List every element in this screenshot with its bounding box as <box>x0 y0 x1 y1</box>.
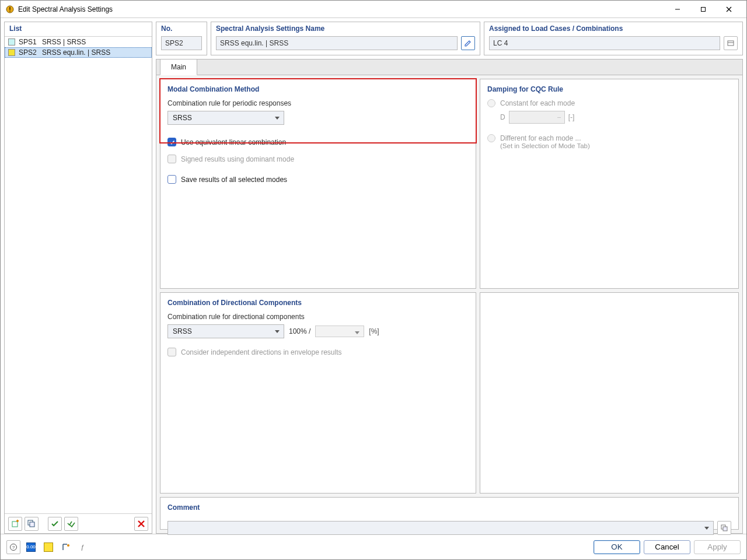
directional-rule-combo[interactable]: SRSS <box>167 324 284 338</box>
damping-card: Damping for CQC Rule Constant for each m… <box>480 79 739 289</box>
svg-rect-11 <box>30 522 34 527</box>
tab-main[interactable]: Main <box>160 59 197 75</box>
signed-results-row: Signed results using dominant mode <box>167 155 469 163</box>
maximize-button[interactable] <box>690 1 716 18</box>
units-button[interactable]: 0.00 <box>24 540 38 554</box>
close-button[interactable] <box>716 1 742 18</box>
consider-independent-label: Consider independent directions in envel… <box>181 348 342 356</box>
no-header: No. <box>156 22 207 36</box>
minimize-button[interactable] <box>665 1 690 18</box>
signed-results-checkbox <box>167 155 176 163</box>
window-title: Edit Spectral Analysis Settings <box>18 5 113 13</box>
svg-point-22 <box>67 544 69 547</box>
damping-different-radio <box>487 134 495 142</box>
copy-item-button[interactable] <box>25 517 39 531</box>
consider-independent-row: Consider independent directions in envel… <box>167 348 469 356</box>
list-item[interactable]: SPS2 SRSS equ.lin. | SRSS <box>5 47 152 58</box>
damping-d-spinner <box>509 111 565 124</box>
list-item[interactable]: SPS1 SRSS | SRSS <box>5 37 152 47</box>
check-select-button[interactable] <box>48 517 62 531</box>
cancel-button[interactable]: Cancel <box>644 540 690 554</box>
list-item-key: SPS1 <box>19 38 39 46</box>
damping-title: Damping for CQC Rule <box>487 85 731 93</box>
use-elc-checkbox[interactable] <box>167 138 176 146</box>
list-toolbar <box>5 513 152 533</box>
tab-strip: Main <box>156 59 743 75</box>
no-input[interactable]: SPS2 <box>161 36 202 50</box>
titlebar: Edit Spectral Analysis Settings <box>1 1 746 18</box>
assigned-header: Assigned to Load Cases / Combinations <box>484 22 742 36</box>
damping-d-label: D <box>500 113 505 121</box>
help-button[interactable]: ? <box>6 540 20 554</box>
damping-d-unit: [-] <box>568 113 575 121</box>
damping-different-label: Different for each mode ... <box>500 134 581 142</box>
consider-independent-checkbox <box>167 348 176 356</box>
list-panel: List SPS1 SRSS | SRSS SPS2 SRSS equ.lin.… <box>4 22 152 534</box>
svg-rect-4 <box>701 7 706 11</box>
bottom-bar: ? 0.00 ƒ OK Cancel Apply <box>1 534 746 559</box>
damping-constant-label: Constant for each mode <box>500 99 575 107</box>
assigned-field-block: Assigned to Load Cases / Combinations LC… <box>484 22 743 55</box>
damping-different-sublabel: (Set in Selection of Mode Tab) <box>500 142 731 149</box>
color-swatch-icon <box>8 38 15 46</box>
color-button[interactable] <box>41 540 55 554</box>
structure-button[interactable] <box>59 540 73 554</box>
directional-title: Combination of Directional Components <box>167 299 469 307</box>
ok-button[interactable]: OK <box>594 540 640 554</box>
comment-title: Comment <box>167 503 731 512</box>
periodic-rule-label: Combination rule for periodic responses <box>167 99 469 107</box>
name-input[interactable]: SRSS equ.lin. | SRSS <box>216 36 458 50</box>
new-item-button[interactable] <box>8 517 22 531</box>
function-button[interactable]: ƒ <box>76 540 90 554</box>
pct-combo <box>315 326 364 337</box>
list-item-label: SRSS | SRSS <box>42 38 86 46</box>
signed-results-label: Signed results using dominant mode <box>181 155 294 163</box>
list-body: SPS1 SRSS | SRSS SPS2 SRSS equ.lin. | SR… <box>5 37 152 513</box>
save-all-checkbox[interactable] <box>167 175 176 184</box>
svg-rect-17 <box>723 527 727 531</box>
svg-rect-7 <box>12 522 18 527</box>
list-item-key: SPS2 <box>19 48 39 57</box>
edit-name-button[interactable] <box>461 36 475 50</box>
name-field-block: Spectral Analysis Settings Name SRSS equ… <box>211 22 480 55</box>
delete-item-button[interactable] <box>134 517 148 531</box>
save-all-label: Save results of all selected modes <box>181 176 287 184</box>
comment-card: Comment <box>160 497 739 530</box>
apply-button: Apply <box>694 540 741 554</box>
check-all-button[interactable] <box>64 517 78 531</box>
damping-d-row: D [-] <box>500 111 731 124</box>
list-item-label: SRSS equ.lin. | SRSS <box>42 48 110 57</box>
dialog-window: Edit Spectral Analysis Settings List SPS… <box>0 0 747 560</box>
directional-card: Combination of Directional Components Co… <box>160 292 476 494</box>
assigned-browse-button[interactable] <box>724 36 738 50</box>
svg-text:?: ? <box>12 545 15 550</box>
pct-unit: [%] <box>369 327 379 335</box>
modal-combination-title: Modal Combination Method <box>167 85 469 93</box>
list-header: List <box>5 22 152 37</box>
use-elc-label: Use equivalent linear combination <box>181 138 286 146</box>
pct-label: 100% / <box>289 327 310 335</box>
assigned-input[interactable]: LC 4 <box>489 36 720 50</box>
svg-rect-14 <box>728 41 734 46</box>
damping-constant-row: Constant for each mode <box>487 99 731 107</box>
svg-text:ƒ: ƒ <box>81 544 84 551</box>
name-header: Spectral Analysis Settings Name <box>211 22 480 36</box>
directional-rule-label: Combination rule for directional compone… <box>167 313 469 321</box>
damping-different-row: Different for each mode ... <box>487 134 731 142</box>
periodic-rule-combo[interactable]: SRSS <box>167 111 284 125</box>
damping-constant-radio <box>487 99 495 107</box>
svg-rect-1 <box>9 7 11 10</box>
app-icon <box>5 5 15 14</box>
comment-combo[interactable] <box>167 521 714 535</box>
color-swatch-icon <box>8 49 15 56</box>
no-field-block: No. SPS2 <box>156 22 207 55</box>
comment-library-button[interactable] <box>717 521 731 535</box>
save-all-row: Save results of all selected modes <box>167 175 469 184</box>
svg-point-2 <box>9 10 11 12</box>
use-elc-row: Use equivalent linear combination <box>167 138 469 146</box>
empty-card <box>480 292 739 494</box>
modal-combination-card: Modal Combination Method Combination rul… <box>160 79 476 289</box>
